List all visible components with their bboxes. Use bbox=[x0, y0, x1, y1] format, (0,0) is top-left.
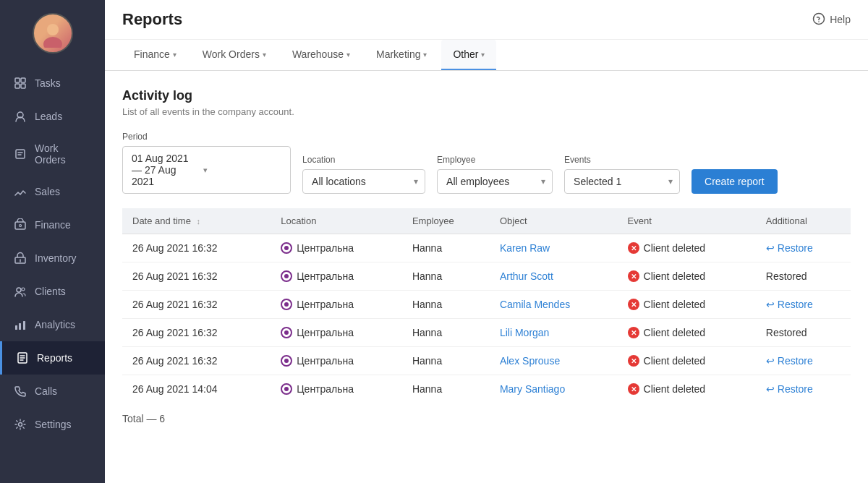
employee-select-wrapper: All employees Hanna bbox=[437, 169, 553, 194]
location-filter: Location All locations Центральна bbox=[302, 155, 425, 194]
event-x-icon: ✕ bbox=[628, 355, 639, 367]
cell-additional[interactable]: ↩Restore bbox=[756, 375, 851, 403]
event-x-icon: ✕ bbox=[628, 383, 639, 395]
cell-additional[interactable]: ↩Restore bbox=[756, 291, 851, 319]
main-content: Reports Help Finance ▾ Work Orders ▾ War… bbox=[105, 0, 868, 483]
sidebar-item-work-orders-label: Work Orders bbox=[35, 142, 92, 166]
leads-icon bbox=[13, 109, 27, 124]
sidebar-item-sales-label: Sales bbox=[35, 186, 60, 197]
events-select-wrapper: Selected 1 All events bbox=[564, 169, 680, 194]
section-title: Activity log bbox=[122, 88, 851, 103]
cell-datetime: 26 Aug 2021 16:32 bbox=[122, 347, 271, 375]
col-event: Event bbox=[618, 208, 756, 234]
events-filter: Events Selected 1 All events bbox=[564, 155, 680, 194]
tab-work-orders-label: Work Orders bbox=[203, 48, 260, 60]
period-filter: Period 01 Aug 2021 — 27 Aug 2021 ▾ bbox=[122, 132, 291, 194]
tab-other[interactable]: Other ▾ bbox=[441, 40, 496, 70]
col-datetime[interactable]: Date and time ↕ bbox=[122, 208, 271, 234]
svg-rect-8 bbox=[16, 150, 25, 158]
employee-filter: Employee All employees Hanna bbox=[437, 155, 553, 194]
svg-rect-3 bbox=[15, 78, 20, 82]
location-dot-icon bbox=[281, 270, 292, 282]
period-select[interactable]: 01 Aug 2021 — 27 Aug 2021 ▾ bbox=[122, 146, 291, 194]
cell-object[interactable]: Arthur Scott bbox=[490, 262, 618, 291]
cell-object[interactable]: Mary Santiago bbox=[490, 375, 618, 403]
cell-event: ✕Client deleted bbox=[618, 375, 756, 403]
tab-warehouse[interactable]: Warehouse ▾ bbox=[281, 40, 362, 70]
sidebar-item-inventory[interactable]: Inventory bbox=[0, 241, 105, 275]
svg-rect-5 bbox=[15, 84, 20, 88]
content-area: Activity log List of all events in the c… bbox=[105, 71, 868, 483]
chevron-down-icon: ▾ bbox=[423, 51, 427, 59]
sidebar-item-tasks[interactable]: Tasks bbox=[0, 67, 105, 100]
sort-icon: ↕ bbox=[197, 217, 201, 226]
svg-point-15 bbox=[17, 288, 21, 292]
avatar[interactable] bbox=[33, 13, 73, 54]
sidebar-item-leads[interactable]: Leads bbox=[0, 100, 105, 133]
sales-icon bbox=[13, 184, 27, 199]
events-select[interactable]: Selected 1 All events bbox=[564, 169, 680, 194]
finance-icon bbox=[13, 218, 27, 232]
cell-additional[interactable]: ↩Restore bbox=[756, 347, 851, 375]
sidebar-item-work-orders[interactable]: Work Orders bbox=[0, 133, 105, 175]
activity-log-table: Date and time ↕ Location Employee Object… bbox=[122, 208, 851, 424]
period-value: 01 Aug 2021 — 27 Aug 2021 bbox=[132, 153, 199, 187]
chevron-down-icon: ▾ bbox=[346, 51, 350, 59]
location-dot-icon bbox=[281, 383, 292, 395]
cell-event: ✕Client deleted bbox=[618, 291, 756, 319]
cell-object[interactable]: Alex Sprouse bbox=[490, 347, 618, 375]
cell-object[interactable]: Karen Raw bbox=[490, 234, 618, 262]
topbar: Reports Help bbox=[105, 0, 868, 40]
sidebar-item-finance[interactable]: Finance bbox=[0, 208, 105, 241]
calls-icon bbox=[13, 384, 27, 398]
sidebar-item-settings[interactable]: Settings bbox=[0, 408, 105, 441]
restore-button[interactable]: ↩Restore bbox=[766, 383, 841, 395]
sidebar-item-clients[interactable]: Clients bbox=[0, 275, 105, 308]
table-row: 26 Aug 2021 16:32ЦентральнаHannaArthur S… bbox=[122, 262, 851, 291]
total-label: Total — 6 bbox=[122, 413, 165, 424]
period-chevron-icon: ▾ bbox=[203, 166, 271, 175]
tab-finance[interactable]: Finance ▾ bbox=[122, 40, 188, 70]
table-row: 26 Aug 2021 16:32ЦентральнаHannaAlex Spr… bbox=[122, 347, 851, 375]
sidebar-item-clients-label: Clients bbox=[35, 286, 66, 297]
sidebar-nav: Tasks Leads Work Orders Sales bbox=[0, 67, 105, 483]
svg-point-2 bbox=[47, 24, 59, 35]
location-select[interactable]: All locations Центральна bbox=[302, 169, 425, 194]
help-label: Help bbox=[830, 14, 851, 25]
sidebar-item-reports[interactable]: Reports bbox=[0, 341, 105, 375]
chevron-down-icon: ▾ bbox=[173, 51, 176, 59]
location-dot-icon bbox=[281, 299, 292, 310]
sidebar-item-analytics[interactable]: Analytics bbox=[0, 308, 105, 341]
cell-additional: Restored bbox=[756, 319, 851, 347]
sidebar-item-tasks-label: Tasks bbox=[35, 77, 61, 89]
table-row: 26 Aug 2021 14:04ЦентральнаHannaMary San… bbox=[122, 375, 851, 403]
create-report-button[interactable]: Create report bbox=[692, 169, 777, 194]
chevron-down-icon: ▾ bbox=[263, 51, 266, 59]
cell-employee: Hanna bbox=[402, 234, 490, 262]
cell-location: Центральна bbox=[271, 291, 402, 319]
cell-additional[interactable]: ↩Restore bbox=[756, 234, 851, 262]
help-button[interactable]: Help bbox=[812, 12, 851, 27]
svg-point-16 bbox=[22, 288, 25, 291]
cell-employee: Hanna bbox=[402, 291, 490, 319]
tab-finance-label: Finance bbox=[134, 48, 170, 60]
employee-select[interactable]: All employees Hanna bbox=[437, 169, 553, 194]
tab-work-orders[interactable]: Work Orders ▾ bbox=[191, 40, 278, 70]
svg-rect-4 bbox=[21, 78, 25, 82]
sidebar-item-calls[interactable]: Calls bbox=[0, 375, 105, 408]
event-x-icon: ✕ bbox=[628, 327, 639, 338]
tasks-icon bbox=[13, 76, 27, 90]
location-label: Location bbox=[302, 155, 425, 165]
cell-object[interactable]: Camila Mendes bbox=[490, 291, 618, 319]
cell-object[interactable]: Lili Morgan bbox=[490, 319, 618, 347]
restore-button[interactable]: ↩Restore bbox=[766, 299, 841, 310]
location-dot-icon bbox=[281, 242, 292, 254]
svg-rect-18 bbox=[19, 323, 21, 330]
sidebar-item-sales[interactable]: Sales bbox=[0, 175, 105, 208]
col-additional: Additional bbox=[756, 208, 851, 234]
restore-button[interactable]: ↩Restore bbox=[766, 242, 841, 254]
restore-button[interactable]: ↩Restore bbox=[766, 355, 841, 367]
svg-rect-17 bbox=[15, 325, 17, 330]
tab-marketing[interactable]: Marketing ▾ bbox=[365, 40, 438, 70]
location-dot-icon bbox=[281, 355, 292, 367]
